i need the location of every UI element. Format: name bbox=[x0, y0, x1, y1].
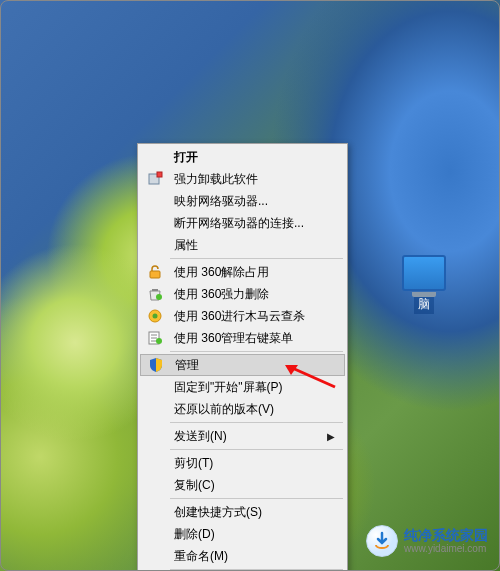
menu-360-unlock[interactable]: 使用 360解除占用 bbox=[140, 261, 345, 283]
menu-restore-version[interactable]: 还原以前的版本(V) bbox=[140, 398, 345, 420]
menu-360-rclick[interactable]: 使用 360管理右键菜单 bbox=[140, 327, 345, 349]
separator bbox=[170, 569, 343, 570]
blank-icon bbox=[144, 192, 166, 210]
menu-copy[interactable]: 复制(C) bbox=[140, 474, 345, 496]
desktop-icon-label: 脑 bbox=[414, 295, 434, 314]
watermark: 纯净系统家园 www.yidaimei.com bbox=[366, 525, 488, 557]
menu-disconnect-drive[interactable]: 断开网络驱动器的连接... bbox=[140, 212, 345, 234]
menu-rename[interactable]: 重命名(M) bbox=[140, 545, 345, 567]
separator bbox=[170, 258, 343, 259]
pc-icon bbox=[402, 255, 446, 291]
watermark-url: www.yidaimei.com bbox=[404, 543, 488, 555]
svg-point-4 bbox=[156, 294, 162, 300]
menu-properties-1[interactable]: 属性 bbox=[140, 234, 345, 256]
menu-send-to[interactable]: 发送到(N) ▶ bbox=[140, 425, 345, 447]
blank-icon bbox=[144, 236, 166, 254]
separator bbox=[170, 422, 343, 423]
blank-icon bbox=[144, 547, 166, 565]
blank-icon bbox=[144, 148, 166, 166]
separator bbox=[170, 498, 343, 499]
blank-icon bbox=[144, 400, 166, 418]
blank-icon bbox=[144, 525, 166, 543]
menu-360-delete[interactable]: 使用 360强力删除 bbox=[140, 283, 345, 305]
menu-delete[interactable]: 删除(D) bbox=[140, 523, 345, 545]
menu-uninstall[interactable]: 强力卸载此软件 bbox=[140, 168, 345, 190]
blank-icon bbox=[144, 214, 166, 232]
menu-cut[interactable]: 剪切(T) bbox=[140, 452, 345, 474]
context-menu: 打开 强力卸载此软件 映射网络驱动器... 断开网络驱动器的连接... 属性 使… bbox=[137, 143, 348, 571]
menu-manage[interactable]: 管理 bbox=[140, 354, 345, 376]
360-trojan-icon bbox=[144, 307, 166, 325]
submenu-arrow-icon: ▶ bbox=[327, 431, 335, 442]
blank-icon bbox=[144, 503, 166, 521]
menu-map-drive[interactable]: 映射网络驱动器... bbox=[140, 190, 345, 212]
separator bbox=[170, 449, 343, 450]
blank-icon bbox=[144, 476, 166, 494]
menu-open[interactable]: 打开 bbox=[140, 146, 345, 168]
separator bbox=[170, 351, 343, 352]
desktop-icon-this-pc[interactable]: 脑 bbox=[396, 255, 452, 314]
svg-rect-2 bbox=[150, 271, 160, 278]
360-unlock-icon bbox=[144, 263, 166, 281]
menu-360-trojan[interactable]: 使用 360进行木马云查杀 bbox=[140, 305, 345, 327]
blank-icon bbox=[144, 378, 166, 396]
360-delete-icon bbox=[144, 285, 166, 303]
menu-create-shortcut[interactable]: 创建快捷方式(S) bbox=[140, 501, 345, 523]
360-menu-icon bbox=[144, 329, 166, 347]
svg-point-11 bbox=[156, 338, 162, 344]
svg-point-6 bbox=[153, 314, 158, 319]
svg-rect-1 bbox=[157, 172, 162, 177]
blank-icon bbox=[144, 454, 166, 472]
menu-pin-start[interactable]: 固定到"开始"屏幕(P) bbox=[140, 376, 345, 398]
watermark-title: 纯净系统家园 bbox=[404, 527, 488, 544]
blank-icon bbox=[144, 427, 166, 445]
shield-icon bbox=[145, 356, 167, 374]
uninstall-icon bbox=[144, 170, 166, 188]
svg-rect-3 bbox=[152, 289, 158, 291]
watermark-logo-icon bbox=[366, 525, 398, 557]
